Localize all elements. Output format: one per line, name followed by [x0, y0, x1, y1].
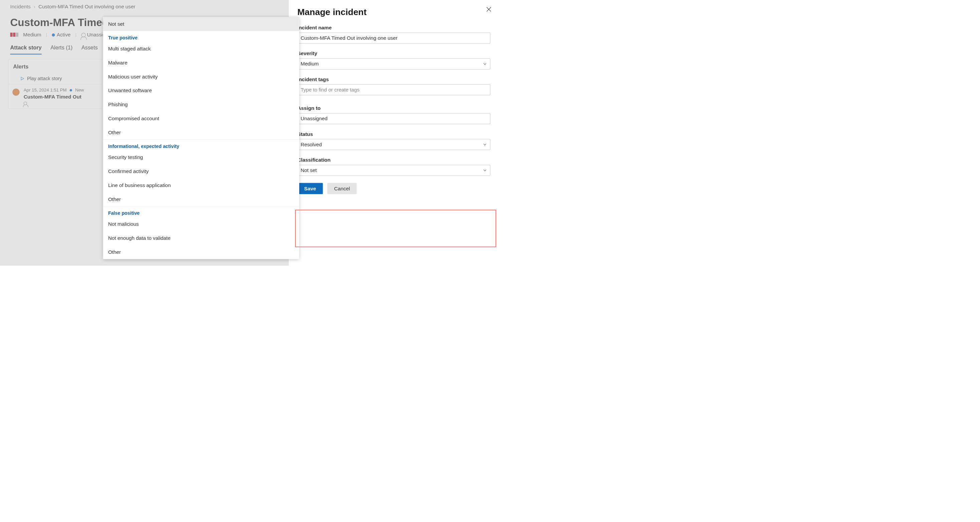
dropdown-option[interactable]: Other: [103, 193, 299, 206]
play-icon: [21, 76, 24, 81]
severity-value: Medium: [301, 61, 319, 67]
close-button[interactable]: [486, 6, 492, 12]
alert-timestamp: Apr 15, 2024 1:51 PM: [24, 88, 67, 93]
tab-alerts[interactable]: Alerts (1): [51, 45, 73, 55]
chevron-down-icon: [483, 168, 487, 172]
status-select[interactable]: Resolved: [297, 139, 490, 150]
breadcrumb-root[interactable]: Incidents: [10, 4, 31, 10]
dropdown-option[interactable]: Not enough data to validate: [103, 231, 299, 245]
person-icon: [81, 33, 86, 37]
tab-assets[interactable]: Assets: [81, 45, 98, 55]
tags-label: Incident tags: [297, 76, 490, 82]
severity-bars-icon: [10, 33, 18, 37]
tags-input[interactable]: [297, 84, 490, 95]
tab-attack-story[interactable]: Attack story: [10, 45, 42, 55]
breadcrumb-current: Custom-MFA Timed Out involving one user: [38, 4, 135, 10]
chevron-down-icon: [483, 62, 487, 66]
dropdown-group-informational: Informational, expected activity: [103, 140, 299, 151]
cancel-button[interactable]: Cancel: [327, 183, 357, 194]
person-icon: [24, 102, 27, 105]
divider: |: [46, 32, 47, 37]
dropdown-group-true-positive: True positive: [103, 31, 299, 42]
alert-status: New: [75, 88, 84, 93]
classification-value: Not set: [301, 167, 317, 173]
severity-value: Medium: [23, 32, 41, 37]
dropdown-option[interactable]: Multi staged attack: [103, 42, 299, 56]
status-dot-icon: [52, 33, 55, 37]
dropdown-option[interactable]: Security testing: [103, 150, 299, 164]
panel-title: Manage incident: [297, 7, 490, 17]
dropdown-option-not-set[interactable]: Not set: [103, 17, 299, 31]
status-value: Active: [57, 32, 71, 37]
dropdown-option[interactable]: Other: [103, 126, 299, 140]
dropdown-option[interactable]: Confirmed activity: [103, 164, 299, 178]
close-icon: [486, 6, 492, 12]
alert-title: Custom-MFA Timed Out: [24, 94, 84, 100]
save-button[interactable]: Save: [297, 183, 323, 194]
severity-label: Severity: [297, 51, 490, 56]
classification-dropdown: Not set True positive Multi staged attac…: [103, 17, 299, 259]
dropdown-option[interactable]: Phishing: [103, 97, 299, 111]
chevron-down-icon: [483, 142, 487, 146]
status-new-dot-icon: [70, 89, 72, 91]
alert-severity-dot-icon: [12, 89, 19, 95]
status-label: Status: [297, 131, 490, 137]
status-value: Resolved: [301, 142, 322, 147]
chevron-right-icon: ›: [34, 4, 35, 10]
dropdown-option[interactable]: Other: [103, 245, 299, 259]
divider: |: [75, 32, 76, 37]
manage-incident-panel: Manage incident Incident name Severity M…: [289, 0, 499, 266]
classification-label: Classification: [297, 157, 490, 162]
assign-to-label: Assign to: [297, 105, 490, 111]
dropdown-option[interactable]: Line of business application: [103, 178, 299, 193]
incident-name-input[interactable]: [297, 33, 490, 44]
severity-select[interactable]: Medium: [297, 59, 490, 70]
incident-name-label: Incident name: [297, 25, 490, 30]
dropdown-group-false-positive: False positive: [103, 206, 299, 217]
assign-to-input[interactable]: [297, 113, 490, 124]
dropdown-option[interactable]: Compromised account: [103, 111, 299, 126]
classification-select[interactable]: Not set: [297, 165, 490, 176]
dropdown-option[interactable]: Not malicious: [103, 217, 299, 231]
dropdown-option[interactable]: Unwanted software: [103, 83, 299, 97]
play-attack-story-button[interactable]: Play attack story: [27, 76, 62, 81]
dropdown-option[interactable]: Malware: [103, 56, 299, 70]
dropdown-option[interactable]: Malicious user activity: [103, 70, 299, 84]
